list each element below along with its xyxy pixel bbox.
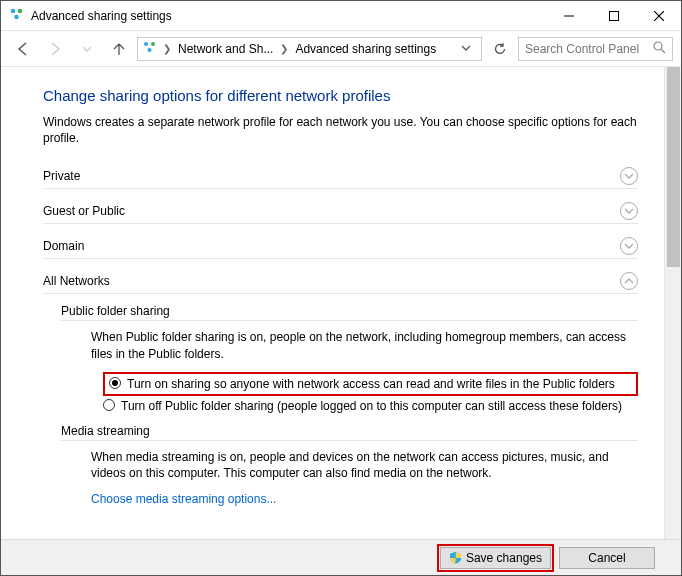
- svg-point-0: [11, 9, 16, 14]
- svg-point-10: [654, 42, 662, 50]
- navbar: ❯ Network and Sh... ❯ Advanced sharing s…: [1, 31, 681, 67]
- scrollbar[interactable]: [664, 67, 681, 541]
- section-label: Private: [43, 169, 620, 183]
- sub-title: Public folder sharing: [61, 304, 638, 321]
- save-changes-button[interactable]: Save changes: [440, 547, 551, 569]
- svg-point-8: [151, 42, 155, 46]
- back-button[interactable]: [9, 35, 37, 63]
- radio-label: Turn off Public folder sharing (people l…: [121, 398, 622, 414]
- sub-desc: When media streaming is on, people and d…: [91, 449, 638, 481]
- minimize-button[interactable]: [546, 1, 591, 31]
- svg-line-11: [661, 49, 665, 53]
- breadcrumb[interactable]: ❯ Network and Sh... ❯ Advanced sharing s…: [137, 37, 482, 61]
- media-streaming: Media streaming When media streaming is …: [61, 424, 638, 505]
- chevron-right-icon[interactable]: ❯: [162, 43, 172, 54]
- section-label: Guest or Public: [43, 204, 620, 218]
- section-guest[interactable]: Guest or Public: [43, 199, 638, 224]
- radio-icon: [103, 399, 115, 411]
- radio-icon: [109, 377, 121, 389]
- footer: Save changes Cancel: [1, 539, 681, 575]
- section-all-networks[interactable]: All Networks: [43, 269, 638, 294]
- svg-point-1: [18, 9, 23, 14]
- shield-icon: [449, 551, 462, 564]
- close-button[interactable]: [636, 1, 681, 31]
- button-label: Save changes: [466, 551, 542, 565]
- search-placeholder: Search Control Panel: [525, 42, 653, 56]
- section-domain[interactable]: Domain: [43, 234, 638, 259]
- sub-desc: When Public folder sharing is on, people…: [91, 329, 638, 361]
- chevron-down-icon: [620, 202, 638, 220]
- breadcrumb-item-advanced[interactable]: Advanced sharing settings: [291, 40, 440, 58]
- section-label: Domain: [43, 239, 620, 253]
- breadcrumb-icon: [142, 39, 158, 58]
- media-streaming-link[interactable]: Choose media streaming options...: [91, 492, 276, 506]
- up-button[interactable]: [105, 35, 133, 63]
- breadcrumb-item-network[interactable]: Network and Sh...: [174, 40, 277, 58]
- radio-label: Turn on sharing so anyone with network a…: [127, 376, 615, 392]
- refresh-button[interactable]: [486, 35, 514, 63]
- content: Change sharing options for different net…: [1, 67, 664, 541]
- window-title: Advanced sharing settings: [31, 9, 546, 23]
- public-folder-sharing: Public folder sharing When Public folder…: [61, 304, 638, 414]
- chevron-down-icon: [620, 237, 638, 255]
- chevron-down-icon: [620, 167, 638, 185]
- svg-point-7: [144, 42, 148, 46]
- search-icon: [653, 41, 666, 57]
- app-icon: [9, 6, 25, 25]
- content-area: Change sharing options for different net…: [1, 67, 681, 541]
- forward-button[interactable]: [41, 35, 69, 63]
- chevron-up-icon: [620, 272, 638, 290]
- section-label: All Networks: [43, 274, 620, 288]
- cancel-button[interactable]: Cancel: [559, 547, 655, 569]
- search-input[interactable]: Search Control Panel: [518, 37, 673, 61]
- svg-rect-4: [609, 11, 618, 20]
- radio-turn-off-sharing[interactable]: Turn off Public folder sharing (people l…: [103, 398, 638, 414]
- breadcrumb-dropdown[interactable]: [455, 43, 477, 55]
- maximize-button[interactable]: [591, 1, 636, 31]
- page-heading: Change sharing options for different net…: [43, 87, 638, 104]
- svg-point-2: [14, 15, 19, 20]
- scroll-thumb[interactable]: [667, 67, 680, 267]
- button-label: Cancel: [588, 551, 625, 565]
- page-subtext: Windows creates a separate network profi…: [43, 114, 638, 146]
- chevron-right-icon[interactable]: ❯: [279, 43, 289, 54]
- titlebar: Advanced sharing settings: [1, 1, 681, 31]
- section-private[interactable]: Private: [43, 164, 638, 189]
- radio-turn-on-sharing[interactable]: Turn on sharing so anyone with network a…: [103, 372, 638, 396]
- svg-point-9: [148, 48, 152, 52]
- recent-dropdown[interactable]: [73, 35, 101, 63]
- sub-title: Media streaming: [61, 424, 638, 441]
